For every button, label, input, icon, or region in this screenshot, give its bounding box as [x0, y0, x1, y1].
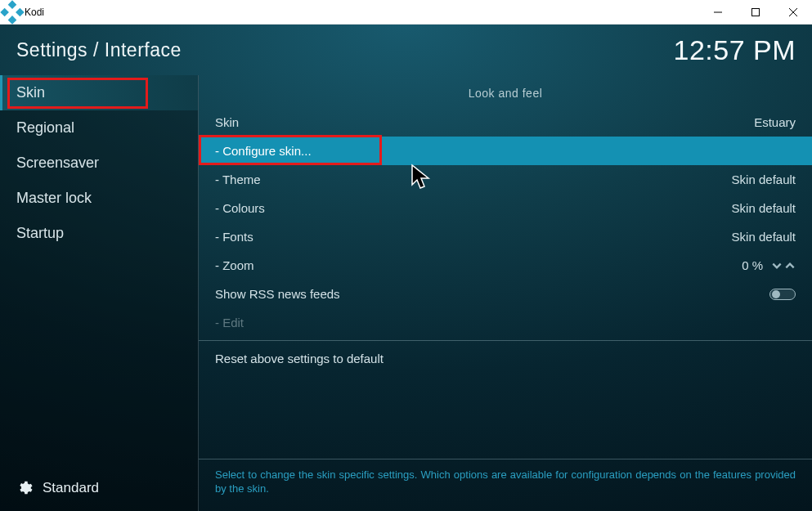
divider — [199, 340, 812, 341]
setting-value: Skin default — [732, 230, 796, 244]
setting-label: Reset above settings to default — [215, 352, 796, 365]
setting-value: Skin default — [732, 201, 796, 215]
setting-label: - Fonts — [215, 230, 732, 244]
minimize-button[interactable] — [699, 0, 737, 25]
svg-rect-3 — [8, 16, 17, 25]
setting-row-configure-skin[interactable]: - Configure skin... — [199, 137, 812, 165]
setting-label: - Zoom — [215, 258, 742, 272]
section-title: Look and feel — [199, 75, 812, 108]
window-titlebar: Kodi — [0, 0, 812, 25]
setting-label: Show RSS news feeds — [215, 287, 769, 301]
svg-rect-0 — [8, 0, 17, 8]
setting-label: Skin — [215, 115, 754, 129]
setting-value: 0 % — [742, 258, 763, 272]
settings-sidebar: SkinRegionalScreensaverMaster lockStartu… — [0, 75, 199, 511]
setting-row-zoom[interactable]: - Zoom0 % — [199, 251, 812, 280]
svg-rect-1 — [0, 7, 9, 16]
settings-level-label: Standard — [43, 480, 99, 496]
maximize-button[interactable] — [737, 0, 774, 25]
setting-label: - Edit — [215, 316, 796, 329]
setting-row-colours[interactable]: - ColoursSkin default — [199, 194, 812, 222]
breadcrumb: Settings / Interface — [16, 39, 182, 61]
setting-value: Skin default — [732, 173, 796, 186]
setting-row-show-rss-news-feeds[interactable]: Show RSS news feeds — [199, 280, 812, 308]
sidebar-item-regional[interactable]: Regional — [0, 110, 198, 146]
app-header: Settings / Interface 12:57 PM — [0, 25, 812, 75]
sidebar-item-skin[interactable]: Skin — [0, 75, 198, 110]
setting-row-edit: - Edit — [199, 308, 812, 337]
setting-value: Estuary — [754, 115, 796, 129]
setting-row-skin[interactable]: SkinEstuary — [199, 108, 812, 137]
setting-row-fonts[interactable]: - FontsSkin default — [199, 222, 812, 251]
sidebar-item-screensaver[interactable]: Screensaver — [0, 146, 198, 181]
gear-icon — [16, 480, 33, 496]
window-title: Kodi — [25, 7, 44, 18]
sidebar-item-master-lock[interactable]: Master lock — [0, 181, 198, 216]
app-viewport: Settings / Interface 12:57 PM SkinRegion… — [0, 25, 812, 511]
setting-label: - Configure skin... — [215, 144, 796, 158]
svg-rect-2 — [16, 7, 25, 16]
kodi-logo-icon — [0, 0, 25, 25]
help-text: Select to change the skin specific setti… — [199, 459, 812, 511]
sidebar-item-label: Startup — [16, 225, 64, 242]
chevron-up-icon — [784, 260, 796, 271]
sidebar-item-label: Skin — [16, 84, 45, 101]
chevron-down-icon — [771, 260, 783, 271]
toggle-switch[interactable] — [769, 289, 796, 300]
settings-level-button[interactable]: Standard — [16, 480, 99, 496]
sidebar-item-label: Screensaver — [16, 155, 99, 172]
setting-row-theme[interactable]: - ThemeSkin default — [199, 165, 812, 194]
sidebar-item-label: Regional — [16, 119, 74, 137]
sidebar-item-startup[interactable]: Startup — [0, 216, 198, 251]
sidebar-item-label: Master lock — [16, 190, 92, 207]
svg-rect-5 — [752, 8, 760, 16]
close-button[interactable] — [774, 0, 812, 25]
setting-label: - Theme — [215, 173, 732, 186]
setting-row-reset-above-settings-to-default[interactable]: Reset above settings to default — [199, 344, 812, 373]
settings-content: Look and feel SkinEstuary- Configure ski… — [199, 75, 812, 511]
spinner-control[interactable] — [771, 260, 796, 271]
setting-label: - Colours — [215, 201, 732, 215]
clock: 12:57 PM — [673, 34, 796, 66]
